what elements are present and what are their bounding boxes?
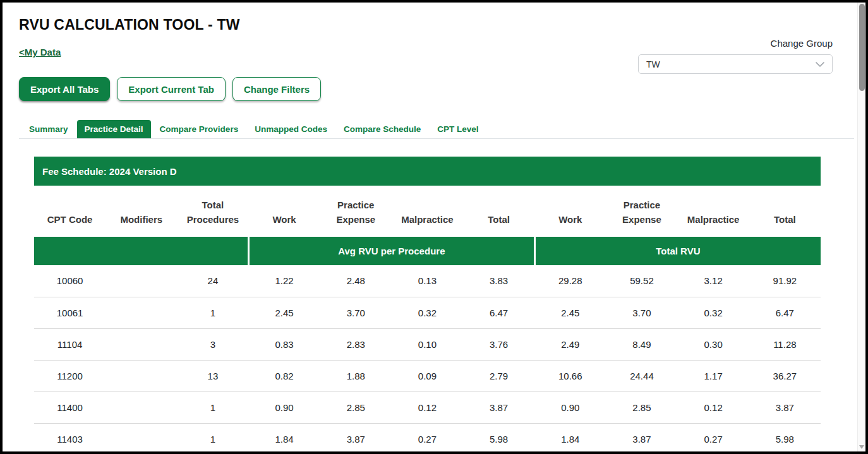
table-cell: 2.85 [320,391,392,423]
column-header-row: CPT CodeModifiersTotal ProceduresWorkPra… [34,192,821,237]
table-cell [105,423,177,454]
table-cell: 1.84 [534,423,606,454]
table-cell: 91.92 [749,265,821,297]
table-cell: 10.66 [534,360,606,391]
table-cell: 1 [177,297,248,328]
table-cell: 1.88 [320,360,392,391]
table-cell: 2.45 [534,297,606,328]
table-cell: 0.30 [678,328,749,360]
table-cell: 1.22 [249,265,320,297]
tab-compare-schedule[interactable]: Compare Schedule [336,120,428,138]
table-cell: 6.47 [463,297,534,328]
column-header: Total [463,192,534,237]
table-cell: 2.85 [606,391,677,423]
table-cell: 1.17 [678,360,749,391]
column-header: Malpractice [392,192,463,237]
table-cell: 0.27 [392,423,463,454]
table-cell: 0.09 [392,360,463,391]
change-filters-button[interactable]: Change Filters [232,77,321,101]
table-cell: 3.87 [463,391,534,423]
table-cell: 2.49 [534,328,606,360]
table-cell: 0.90 [534,391,606,423]
column-header: Malpractice [678,192,749,237]
table-cell: 5.98 [463,423,534,454]
tab-cpt-level[interactable]: CPT Level [430,120,486,138]
table-cell: 8.49 [606,328,677,360]
column-header: Modifiers [105,192,177,237]
table-cell: 11200 [34,360,105,391]
table-cell: 0.12 [392,391,463,423]
group-select[interactable]: TW [638,54,833,74]
toolbar: Export All Tabs Export Current Tab Chang… [19,77,865,101]
table-cell: 10060 [34,265,105,297]
change-group: Change Group TW [638,38,833,74]
export-current-tab-button[interactable]: Export Current Tab [117,77,226,101]
table-row: 1110430.832.830.103.762.498.490.3011.28 [34,328,821,360]
page-title: RVU CALCULATION TOOL - TW [19,16,865,33]
export-all-tabs-button[interactable]: Export All Tabs [19,77,110,101]
table-cell: 11403 [34,423,105,454]
table-cell: 1 [177,391,248,423]
table-cell: 3.70 [606,297,677,328]
tab-unmapped-codes[interactable]: Unmapped Codes [247,120,335,138]
table-cell: 24.44 [606,360,677,391]
tab-practice-detail[interactable]: Practice Detail [77,120,151,138]
column-header: CPT Code [34,192,105,237]
table-cell: 3.76 [463,328,534,360]
scrollbar[interactable] [857,3,865,451]
fee-schedule-banner: Fee Schedule: 2024 Version D [34,157,821,186]
table-cell: 1 [177,423,248,454]
group-header: Total RVU [534,237,821,265]
column-header: Practice Expense [320,192,392,237]
column-header: Work [249,192,320,237]
scroll-down-arrow-icon[interactable] [859,445,864,449]
table-cell: 6.47 [749,297,821,328]
rvu-table: CPT CodeModifiersTotal ProceduresWorkPra… [34,192,821,454]
scrollbar-thumb[interactable] [859,4,865,91]
tab-compare-providers[interactable]: Compare Providers [152,120,246,138]
table-cell: 36.27 [749,360,821,391]
table-cell: 0.90 [249,391,320,423]
column-header: Total Procedures [177,192,248,237]
column-header: Total [749,192,821,237]
table-cell: 0.10 [392,328,463,360]
table-row: 11200130.821.880.092.7910.6624.441.1736.… [34,360,821,391]
table-cell: 2.45 [249,297,320,328]
table-cell: 59.52 [606,265,677,297]
table-cell: 5.98 [749,423,821,454]
table-cell: 3.87 [320,423,392,454]
tab-summary[interactable]: Summary [21,120,76,138]
group-select-value: TW [646,59,660,69]
table-cell: 0.83 [249,328,320,360]
page-content: RVU CALCULATION TOOL - TW <My Data Chang… [3,3,865,451]
table-cell: 2.79 [463,360,534,391]
table-cell: 11400 [34,391,105,423]
table-cell: 0.82 [249,360,320,391]
table-cell: 3.12 [678,265,749,297]
table-cell: 10061 [34,297,105,328]
change-group-label: Change Group [638,38,833,49]
group-header-row: Avg RVU per ProcedureTotal RVU [34,237,821,265]
my-data-link[interactable]: <My Data [19,47,61,57]
chevron-down-icon [816,62,824,67]
table-cell [105,391,177,423]
group-header: Avg RVU per Procedure [249,237,535,265]
table-cell: 24 [177,265,248,297]
table-cell [105,328,177,360]
table-row: 1006112.453.700.326.472.453.700.326.47 [34,297,821,328]
table-body: 10060241.222.480.133.8329.2859.523.1291.… [34,265,821,454]
table-cell: 11104 [34,328,105,360]
table-cell: 2.48 [320,265,392,297]
column-header: Practice Expense [606,192,677,237]
table-cell [105,265,177,297]
column-header: Work [534,192,606,237]
table-cell: 3.70 [320,297,392,328]
table-cell: 0.32 [392,297,463,328]
tab-bar: SummaryPractice DetailCompare ProvidersU… [19,120,854,139]
table-cell: 3.87 [749,391,821,423]
table-cell: 11.28 [749,328,821,360]
group-header [34,237,249,265]
table-cell: 0.27 [678,423,749,454]
table-cell [105,360,177,391]
table-cell: 1.84 [249,423,320,454]
